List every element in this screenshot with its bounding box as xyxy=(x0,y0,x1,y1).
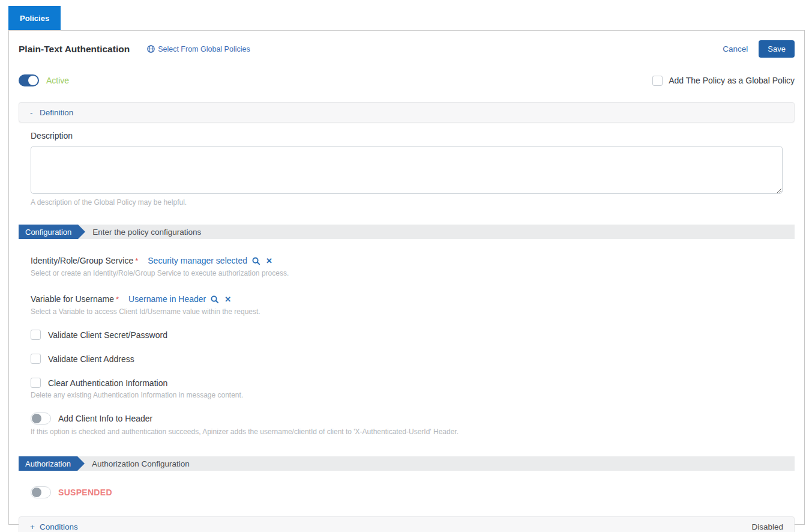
toggle-knob xyxy=(28,76,38,85)
authorization-section-bar: Authorization Authorization Configuratio… xyxy=(19,456,795,471)
validate-secret-checkbox[interactable] xyxy=(31,330,41,340)
search-icon[interactable] xyxy=(210,295,219,304)
accordion-conditions-title: Conditions xyxy=(40,522,78,531)
identity-service-row: Identity/Role/Group Service * Security m… xyxy=(31,256,783,265)
username-variable-row: Variable for Username * Username in Head… xyxy=(31,294,783,304)
configuration-body: Identity/Role/Group Service * Security m… xyxy=(19,256,795,436)
configuration-ribbon-text: Enter the policy configurations xyxy=(92,228,201,237)
conditions-status-label: Disabled xyxy=(751,522,783,531)
validate-address-checkbox[interactable] xyxy=(31,354,41,364)
description-help: A description of the Global Policy may b… xyxy=(31,198,783,207)
required-asterisk: * xyxy=(116,295,119,304)
identity-service-label: Identity/Role/Group Service xyxy=(31,256,133,265)
username-variable-help: Select a Variable to access Client Id/Us… xyxy=(31,307,783,316)
username-variable-label: Variable for Username xyxy=(31,294,114,304)
accordion-definition[interactable]: - Definition xyxy=(19,102,795,122)
global-policy-checkbox[interactable] xyxy=(652,76,663,86)
clear-auth-row: Clear Authentication Information xyxy=(31,378,783,388)
tab-policies[interactable]: Policies xyxy=(8,6,61,30)
validate-secret-label: Validate Client Secret/Password xyxy=(48,330,167,340)
identity-service-selected-value[interactable]: Security manager selected xyxy=(148,256,247,265)
clear-auth-checkbox[interactable] xyxy=(31,378,41,388)
definition-body: Description A description of the Global … xyxy=(19,131,795,207)
suspended-status-label: SUSPENDED xyxy=(58,488,112,497)
policy-editor-panel: Plain-Text Authentication Select From Gl… xyxy=(8,30,805,525)
save-button[interactable]: Save xyxy=(759,40,795,58)
header-actions: Cancel Save xyxy=(723,40,795,58)
page-title: Plain-Text Authentication xyxy=(19,44,130,55)
accordion-definition-title: Definition xyxy=(40,108,73,117)
active-status-label: Active xyxy=(46,76,69,85)
accordion-conditions[interactable]: + Conditions Disabled xyxy=(19,516,795,532)
add-client-info-toggle[interactable] xyxy=(31,413,51,425)
toggle-knob xyxy=(32,488,41,497)
configuration-ribbon: Configuration xyxy=(19,225,78,239)
add-client-info-label: Add Client Info to Header xyxy=(58,414,152,423)
cancel-button[interactable]: Cancel xyxy=(723,44,748,53)
description-textarea[interactable] xyxy=(31,146,783,194)
authorization-ribbon: Authorization xyxy=(19,456,77,471)
select-from-global-policies-label: Select From Global Policies xyxy=(158,45,250,53)
suspended-toggle[interactable] xyxy=(31,486,51,498)
clear-auth-label: Clear Authentication Information xyxy=(48,378,167,388)
identity-service-help: Select or create an Identity/Role/Group … xyxy=(31,269,783,277)
expand-icon: + xyxy=(30,522,40,531)
description-label: Description xyxy=(31,131,783,141)
global-policy-checkbox-label: Add The Policy as a Global Policy xyxy=(669,76,795,85)
authorization-body: SUSPENDED xyxy=(19,486,795,498)
globe-icon xyxy=(147,45,155,53)
validate-address-row: Validate Client Address xyxy=(31,354,783,364)
authorization-ribbon-text: Authorization Configuration xyxy=(92,459,190,468)
toggle-knob xyxy=(32,414,41,423)
bottom-accordions: + Conditions Disabled + Error Message Cu… xyxy=(19,516,795,532)
panel-header: Plain-Text Authentication Select From Gl… xyxy=(19,31,795,58)
global-policy-checkbox-wrap: Add The Policy as a Global Policy xyxy=(652,76,795,86)
active-toggle[interactable] xyxy=(19,74,39,86)
select-from-global-policies-link[interactable]: Select From Global Policies xyxy=(143,45,250,53)
username-variable-selected-value[interactable]: Username in Header xyxy=(128,294,206,304)
clear-auth-help: Delete any existing Authentication Infor… xyxy=(31,391,783,399)
search-icon[interactable] xyxy=(251,256,260,265)
collapse-icon: - xyxy=(30,108,40,117)
clear-selection-icon[interactable]: ✕ xyxy=(266,256,272,265)
clear-selection-icon[interactable]: ✕ xyxy=(224,295,231,304)
add-client-info-row: Add Client Info to Header xyxy=(31,413,783,425)
add-client-info-help: If this option is checked and authentica… xyxy=(31,428,783,436)
suspended-row: SUSPENDED xyxy=(31,486,783,498)
configuration-section-bar: Configuration Enter the policy configura… xyxy=(19,225,795,239)
status-row: Active Add The Policy as a Global Policy xyxy=(19,74,795,86)
validate-secret-row: Validate Client Secret/Password xyxy=(31,330,783,340)
validate-address-label: Validate Client Address xyxy=(48,354,134,364)
required-asterisk: * xyxy=(135,256,138,265)
